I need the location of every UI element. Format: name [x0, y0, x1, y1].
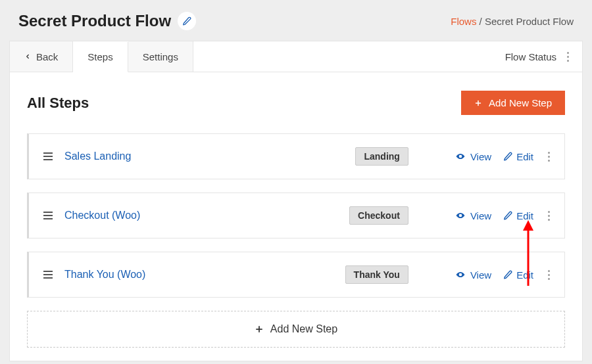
header-left: Secret Product Flow — [18, 12, 196, 30]
step-row: Sales Landing Landing View Edit — [27, 133, 565, 179]
edit-button[interactable]: Edit — [503, 210, 533, 221]
step-actions: View Edit — [455, 149, 553, 164]
eye-icon — [455, 211, 466, 220]
step-type-badge: Thank You — [345, 265, 408, 284]
pencil-icon — [182, 16, 191, 26]
view-button[interactable]: View — [455, 151, 491, 162]
plus-icon — [255, 325, 264, 334]
flow-more-menu[interactable] — [564, 49, 572, 64]
page-header: Secret Product Flow Flows / Secret Produ… — [0, 0, 592, 41]
back-button[interactable]: Back — [10, 41, 73, 72]
step-name-link[interactable]: Sales Landing — [64, 150, 131, 162]
view-button[interactable]: View — [455, 269, 491, 281]
svg-point-3 — [460, 215, 461, 216]
svg-point-2 — [460, 156, 461, 157]
step-name-link[interactable]: Thank You (Woo) — [64, 269, 145, 281]
step-row: Checkout (Woo) Checkout View Edit — [27, 193, 565, 239]
step-actions: View Edit — [455, 208, 553, 223]
content-title: All Steps — [27, 95, 89, 112]
content-header: All Steps Add New Step — [27, 91, 565, 115]
step-type-badge: Landing — [355, 147, 408, 166]
pencil-icon — [503, 211, 512, 220]
pencil-icon — [503, 270, 512, 279]
chevron-left-icon — [24, 52, 31, 61]
add-button-label: Add New Step — [489, 97, 552, 108]
edit-button[interactable]: Edit — [503, 269, 533, 281]
tabs-bar: Back Steps Settings Flow Status — [9, 41, 583, 72]
svg-point-4 — [460, 274, 461, 275]
plus-icon — [474, 99, 482, 107]
add-new-step-row[interactable]: Add New Step — [27, 311, 565, 348]
step-actions: View Edit — [455, 267, 553, 283]
add-row-label: Add New Step — [270, 323, 337, 335]
add-new-step-button[interactable]: Add New Step — [461, 91, 565, 115]
back-label: Back — [36, 51, 58, 62]
step-more-menu[interactable] — [545, 208, 553, 223]
content-panel: All Steps Add New Step Sales Landing Lan… — [9, 72, 583, 361]
tabs-right: Flow Status — [505, 41, 582, 72]
view-button[interactable]: View — [455, 210, 491, 221]
drag-handle-icon[interactable] — [43, 271, 53, 279]
drag-handle-icon[interactable] — [43, 152, 53, 160]
step-row: Thank You (Woo) Thank You View Edit — [27, 252, 565, 298]
tab-settings[interactable]: Settings — [128, 41, 193, 72]
flow-status-button[interactable]: Flow Status — [505, 51, 556, 62]
breadcrumb-sep: / — [476, 16, 485, 27]
step-type-badge: Checkout — [349, 206, 408, 225]
step-more-menu[interactable] — [545, 149, 553, 164]
pencil-icon — [503, 152, 512, 161]
breadcrumb: Flows / Secret Product Flow — [451, 16, 574, 27]
edit-title-button[interactable] — [178, 12, 196, 30]
tab-steps[interactable]: Steps — [73, 42, 128, 72]
eye-icon — [455, 270, 466, 279]
step-name-link[interactable]: Checkout (Woo) — [64, 210, 140, 221]
page-title: Secret Product Flow — [18, 12, 171, 30]
step-more-menu[interactable] — [545, 267, 553, 283]
breadcrumb-link[interactable]: Flows — [451, 16, 476, 27]
eye-icon — [455, 152, 466, 161]
breadcrumb-current: Secret Product Flow — [485, 16, 574, 27]
edit-button[interactable]: Edit — [503, 151, 533, 162]
drag-handle-icon[interactable] — [43, 212, 53, 219]
